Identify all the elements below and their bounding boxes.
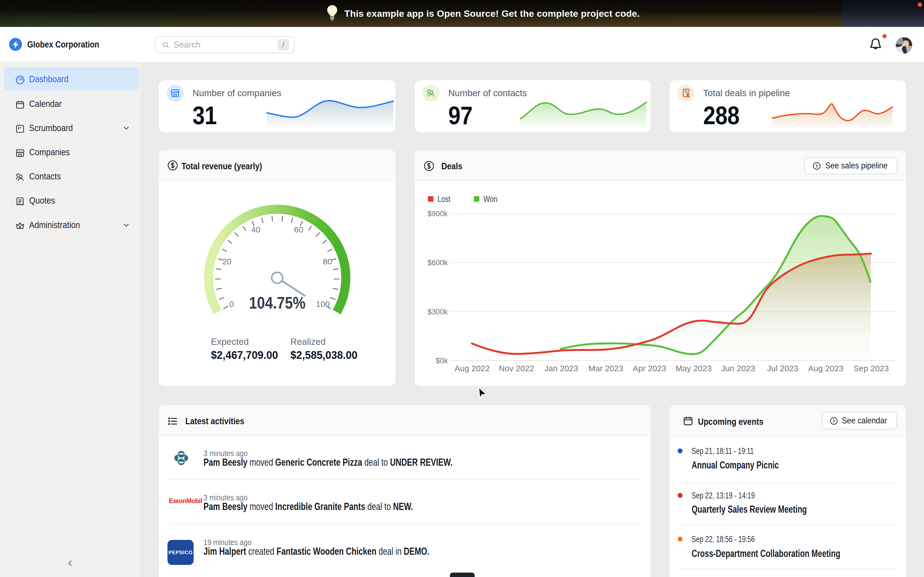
svg-text:Nov 2022: Nov 2022 xyxy=(499,364,534,373)
svg-text:Jun 2023: Jun 2023 xyxy=(721,364,755,373)
svg-text:20: 20 xyxy=(222,257,231,266)
svg-text:May 2023: May 2023 xyxy=(675,364,712,373)
svg-text:Mar 2023: Mar 2023 xyxy=(588,364,624,373)
svg-text:Jan 2023: Jan 2023 xyxy=(544,364,578,373)
svg-text:$900k: $900k xyxy=(427,210,448,218)
svg-text:$0k: $0k xyxy=(436,357,448,365)
svg-text:Jul 2023: Jul 2023 xyxy=(767,364,798,373)
svg-text:80: 80 xyxy=(323,257,332,266)
svg-text:Aug 2023: Aug 2023 xyxy=(808,364,843,373)
svg-text:$600k: $600k xyxy=(427,259,448,267)
svg-text:40: 40 xyxy=(251,225,260,234)
svg-text:$300k: $300k xyxy=(427,308,448,316)
svg-text:Sep 2023: Sep 2023 xyxy=(854,364,889,373)
svg-text:Apr 2023: Apr 2023 xyxy=(633,364,666,373)
svg-text:Aug 2022: Aug 2022 xyxy=(455,364,490,373)
svg-text:60: 60 xyxy=(294,225,303,234)
